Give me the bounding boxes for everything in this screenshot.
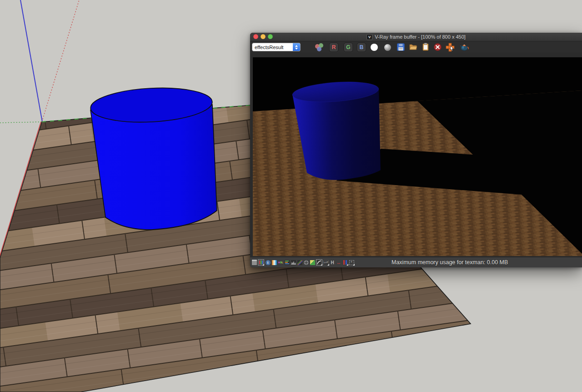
minimize-button[interactable] [261,34,266,39]
close-button[interactable] [253,34,258,39]
vray-logo-icon: V [366,34,372,40]
curve-editor-icon[interactable] [316,259,322,266]
clear-image-button[interactable] [434,43,442,53]
dropdown-stepper-icon [293,43,300,51]
green-channel-button[interactable]: G [344,43,353,52]
stereo-bars-icon[interactable] [342,260,348,265]
region-render-icon[interactable]: * [349,260,354,265]
window-title: V V-Ray frame buffer - [100% of 800 x 45… [250,34,582,40]
alpha-sphere-button[interactable] [384,44,391,51]
render-history-icon[interactable] [258,259,264,266]
lens-effects-icon[interactable] [303,260,309,265]
vfb-toolbar: effectsResult R G B [250,41,582,53]
rgb-color-wheel-icon[interactable] [315,43,323,51]
info-icon[interactable]: i [265,260,271,265]
vray-frame-buffer-window: V V-Ray frame buffer - [100% of 800 x 45… [250,33,582,267]
white-balance-icon[interactable] [271,260,277,265]
color-levels-icon[interactable] [284,260,290,265]
exposure-icon[interactable] [310,260,315,265]
blue-channel-button[interactable]: B [357,43,366,52]
histogram-icon[interactable] [291,260,296,265]
lut-icon[interactable]: LUT [323,260,329,265]
blue-cylinder [90,85,217,230]
zoom-button[interactable] [268,34,273,39]
render-teapot-button[interactable] [460,43,469,53]
window-icon[interactable] [251,260,257,265]
screen: V V-Ray frame buffer - [100% of 800 x 45… [0,0,582,392]
track-mouse-button[interactable] [446,43,455,54]
red-channel-button[interactable]: R [329,43,338,52]
channel-dropdown[interactable]: effectsResult [252,43,301,51]
pixel-aspect-icon[interactable]: ↔ [336,260,341,265]
white-background-button[interactable] [371,44,378,51]
clipboard-button[interactable] [422,43,429,53]
status-message: Maximum memory usage for texman: 0.00 MB [391,259,508,266]
vfb-statusbar: i HSL [250,257,582,267]
hsl-icon[interactable]: HSL [278,260,283,265]
open-image-button[interactable] [409,43,417,52]
render-frame [250,53,582,257]
curves-icon[interactable] [297,260,302,265]
channel-dropdown-value: effectsResult [252,45,293,50]
window-titlebar[interactable]: V V-Ray frame buffer - [100% of 800 x 45… [250,33,582,41]
render-canvas[interactable] [253,57,582,256]
h-letter-icon[interactable]: H [330,260,335,265]
